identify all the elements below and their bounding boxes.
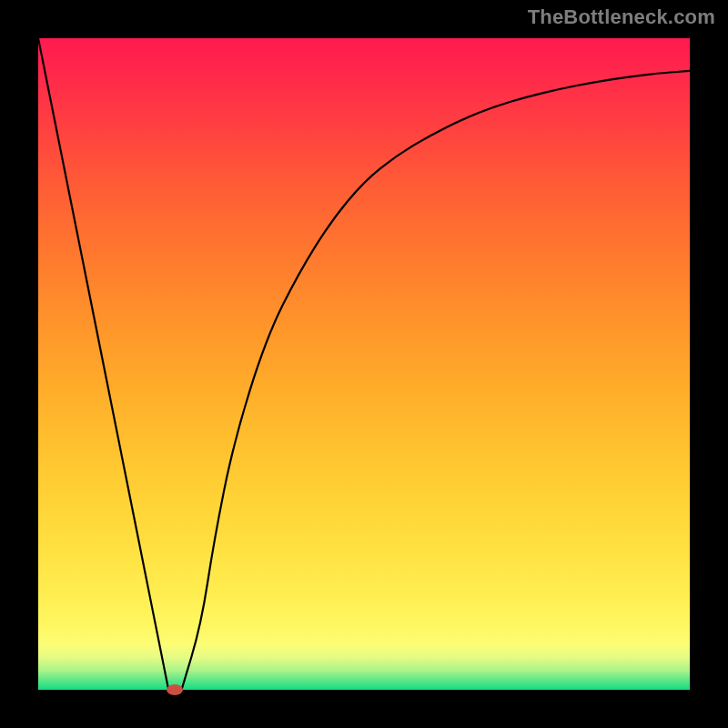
optimal-point-marker [167, 684, 183, 695]
outer-frame: TheBottleneck.com [0, 0, 728, 728]
watermark-text: TheBottleneck.com [528, 5, 715, 29]
bottleneck-curve [38, 38, 690, 690]
